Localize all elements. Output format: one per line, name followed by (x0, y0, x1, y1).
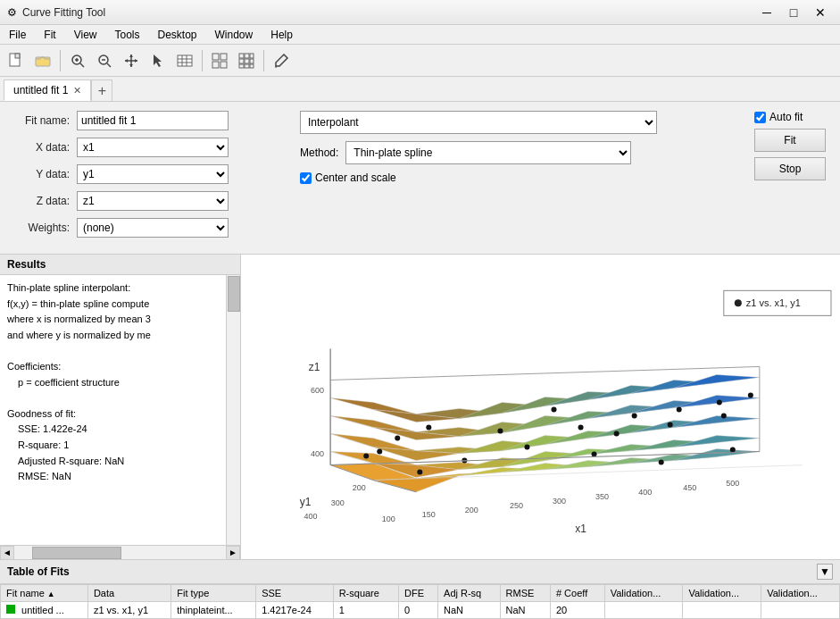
x-axis-label: x1 (575, 523, 586, 535)
results-line-4: and where y is normalized by me (7, 328, 217, 344)
brush-button[interactable] (269, 48, 294, 73)
svg-text:400: 400 (304, 512, 318, 521)
col-rmse[interactable]: RMSE (500, 585, 550, 602)
results-blank-1 (7, 343, 217, 359)
titlebar-controls[interactable]: ─ □ ✕ (754, 4, 833, 21)
menu-window[interactable]: Window (206, 25, 262, 44)
fit-type-select[interactable]: Interpolant (300, 111, 657, 134)
fit-name-row: Fit name: (14, 111, 282, 130)
cell-fit-type: thinplateint... (171, 602, 256, 619)
hscroll-thumb[interactable] (32, 547, 121, 559)
insert-data-button[interactable] (172, 48, 197, 73)
stop-button[interactable]: Stop (754, 157, 826, 180)
col-validation-2[interactable]: Validation... (683, 585, 761, 602)
svg-rect-25 (239, 64, 244, 68)
app-icon: ⚙ (7, 6, 17, 19)
weights-label: Weights: (14, 222, 77, 234)
close-button[interactable]: ✕ (808, 4, 833, 21)
fit-name-input[interactable] (77, 111, 229, 130)
svg-point-98 (497, 429, 503, 434)
svg-rect-15 (212, 54, 219, 60)
col-adj-r-sq[interactable]: Adj R-sq (438, 585, 500, 602)
menu-view[interactable]: View (65, 25, 106, 44)
svg-line-4 (80, 63, 84, 67)
cell-data: z1 vs. x1, y1 (87, 602, 170, 619)
y-data-row: Y data: y1 (14, 164, 282, 184)
chart-legend-label: z1 vs. x1, y1 (746, 297, 801, 308)
menu-file[interactable]: File (0, 25, 35, 44)
svg-text:300: 300 (331, 498, 345, 507)
col-r-square[interactable]: R-square (333, 585, 398, 602)
svg-point-111 (659, 460, 664, 465)
table-row[interactable]: untitled ... z1 vs. x1, y1 thinplateint.… (1, 602, 840, 619)
autofit-checkbox[interactable] (754, 112, 766, 123)
pan-button[interactable] (119, 48, 144, 73)
cell-val1 (604, 602, 683, 619)
col-validation-3[interactable]: Validation... (761, 585, 840, 602)
table-expand-button[interactable]: ▼ (817, 564, 833, 580)
active-tab[interactable]: untitled fit 1 ✕ (4, 79, 91, 101)
center-scale-checkbox[interactable] (300, 172, 312, 184)
toolbar-sep-3 (263, 50, 264, 71)
svg-rect-20 (245, 54, 249, 58)
fit-name-value: untitled ... (21, 605, 64, 615)
autofit-label[interactable]: Auto fit (769, 111, 803, 123)
results-hscrollbar: ◄ ► (0, 545, 240, 559)
new-button[interactable] (4, 48, 29, 73)
fit-name-label: Fit name: (14, 114, 77, 127)
svg-text:150: 150 (422, 510, 436, 519)
svg-text:100: 100 (382, 514, 395, 523)
svg-point-108 (668, 422, 673, 428)
center-scale-label[interactable]: Center and scale (315, 171, 396, 184)
cursor-button[interactable] (146, 48, 170, 73)
cell-val3 (761, 602, 840, 619)
main-content: Fit name: X data: x1 Y data: y1 Z data: … (0, 102, 840, 619)
titlebar-left: ⚙ Curve Fitting Tool (7, 6, 105, 19)
x-data-select[interactable]: x1 (77, 138, 229, 157)
results-panel: Results Thin-plate spline interpolant: f… (0, 255, 241, 559)
tab-close-button[interactable]: ✕ (73, 85, 81, 96)
method-select[interactable]: Thin-plate spline (345, 141, 631, 164)
col-data[interactable]: Data (87, 585, 170, 602)
svg-point-101 (677, 407, 682, 413)
col-fit-type[interactable]: Fit type (171, 585, 256, 602)
fit-type-row: Interpolant (300, 111, 736, 134)
weights-select[interactable]: (none) (77, 218, 229, 238)
svg-point-100 (632, 414, 637, 419)
svg-point-112 (730, 448, 736, 453)
grid-button[interactable] (207, 48, 232, 73)
z-data-select[interactable]: z1 (77, 191, 229, 211)
svg-rect-23 (245, 59, 249, 63)
col-sse[interactable]: SSE (256, 585, 333, 602)
maximize-button[interactable]: □ (781, 4, 806, 21)
scroll-left-arrow[interactable]: ◄ (0, 546, 14, 560)
toolbar-sep-1 (60, 50, 61, 71)
svg-text:200: 200 (353, 483, 366, 492)
menu-help[interactable]: Help (262, 25, 302, 44)
col-validation-1[interactable]: Validation... (604, 585, 683, 602)
svg-point-106 (395, 436, 400, 441)
zoom-in-button[interactable] (65, 48, 90, 73)
svg-point-107 (614, 431, 620, 437)
add-tab-button[interactable]: + (91, 79, 112, 101)
open-button[interactable] (30, 48, 55, 73)
fit-button[interactable]: Fit (754, 129, 826, 152)
col-fit-name[interactable]: Fit name ▲ (1, 585, 88, 602)
scroll-right-arrow[interactable]: ► (226, 546, 240, 560)
col-n-coeff[interactable]: # Coeff (550, 585, 604, 602)
minimize-button[interactable]: ─ (754, 4, 779, 21)
svg-point-99 (578, 425, 584, 431)
grid2-button[interactable] (234, 48, 259, 73)
svg-point-103 (748, 392, 753, 397)
z-data-row: Z data: z1 (14, 191, 282, 211)
col-dfe[interactable]: DFE (399, 585, 438, 602)
menu-fit[interactable]: Fit (35, 25, 64, 44)
results-text: Thin-plate spline interpolant: f(x,y) = … (7, 280, 233, 485)
menu-desktop[interactable]: Desktop (149, 25, 206, 44)
svg-point-93 (363, 454, 369, 459)
y-data-select[interactable]: y1 (77, 164, 229, 184)
results-scrollbar[interactable] (226, 275, 240, 545)
zoom-out-button[interactable] (92, 48, 117, 73)
svg-point-110 (721, 414, 727, 419)
menu-tools[interactable]: Tools (105, 25, 148, 44)
